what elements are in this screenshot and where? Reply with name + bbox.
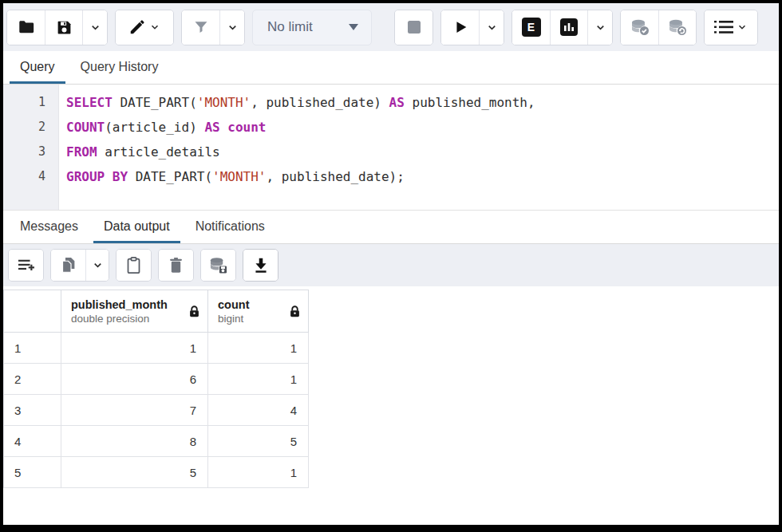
count-cell[interactable]: 4	[208, 395, 309, 426]
explain-analyze-button[interactable]	[550, 10, 587, 45]
row-number-cell[interactable]: 4	[4, 426, 61, 457]
row-limit-select[interactable]: No limit	[252, 10, 372, 45]
filter-button[interactable]	[182, 10, 219, 45]
row-limit-value: No limit	[267, 19, 313, 35]
tab-data-output[interactable]: Data output	[93, 211, 180, 243]
column-name: count	[218, 298, 249, 312]
download-group	[243, 249, 278, 282]
published-month-cell[interactable]: 8	[61, 426, 208, 457]
paste-group	[116, 249, 152, 282]
add-row-icon	[18, 258, 35, 274]
copy-button[interactable]	[51, 250, 85, 281]
tab-query-history[interactable]: Query History	[70, 51, 169, 84]
stop-icon	[407, 20, 421, 34]
chevron-down-icon	[149, 22, 160, 33]
select-all-header-cell[interactable]	[4, 290, 61, 333]
sql-line: FROM article_details	[66, 140, 779, 164]
save-icon	[56, 19, 73, 36]
execute-query-button[interactable]	[441, 10, 479, 45]
paste-clipboard-icon	[126, 257, 141, 274]
stop-button-group	[394, 10, 433, 45]
cancel-query-button[interactable]	[395, 10, 432, 45]
explain-button[interactable]: E	[512, 10, 550, 45]
save-data-changes-button[interactable]	[201, 250, 235, 281]
copy-icon	[60, 257, 77, 274]
lock-icon	[290, 305, 300, 317]
table-row: 5 5 1	[4, 457, 309, 488]
tab-notifications[interactable]: Notifications	[185, 211, 275, 243]
copy-options-dropdown-button[interactable]	[85, 250, 109, 281]
sql-token: DATE_PART(	[113, 95, 197, 110]
open-file-button[interactable]	[7, 10, 45, 45]
explain-options-dropdown-button[interactable]	[587, 10, 612, 45]
save-data-group	[200, 249, 236, 282]
sql-code-area[interactable]: SELECT DATE_PART('MONTH', published_date…	[59, 85, 779, 210]
transaction-button-group	[620, 10, 697, 45]
delete-row-button[interactable]	[159, 250, 193, 281]
data-output-grid: published_month double precision count b…	[3, 286, 779, 525]
chevron-down-icon	[92, 259, 104, 271]
row-number-cell[interactable]: 3	[4, 395, 61, 426]
tab-query[interactable]: Query	[10, 51, 65, 84]
file-button-group	[6, 10, 108, 45]
editor-tabstrip: Query Query History	[3, 51, 779, 85]
explain-icon: E	[522, 18, 541, 37]
sql-token: DATE_PART(	[128, 169, 212, 184]
caret-down-icon	[349, 24, 358, 30]
sql-line: GROUP BY DATE_PART('MONTH', published_da…	[66, 164, 779, 189]
save-data-db-icon	[208, 256, 228, 274]
add-row-button[interactable]	[9, 250, 43, 281]
published-month-cell[interactable]: 1	[61, 333, 208, 364]
rollback-db-undo-icon	[667, 18, 688, 37]
sql-token	[220, 120, 228, 135]
numbered-list-icon	[714, 19, 733, 35]
published-month-cell[interactable]: 5	[61, 457, 208, 488]
sql-token: article_details	[97, 144, 220, 160]
sql-token: , published_date)	[251, 95, 389, 110]
save-options-dropdown-button[interactable]	[82, 10, 107, 45]
filter-icon	[193, 19, 209, 35]
play-icon	[452, 18, 469, 36]
sql-token: SELECT	[66, 95, 113, 110]
commit-button[interactable]	[621, 10, 658, 45]
download-results-button[interactable]	[243, 250, 278, 281]
results-table: published_month double precision count b…	[3, 290, 309, 488]
trash-icon	[168, 257, 184, 274]
filter-options-dropdown-button[interactable]	[219, 10, 244, 45]
add-row-group	[8, 249, 44, 282]
filter-button-group	[181, 10, 245, 45]
count-cell[interactable]: 5	[208, 426, 309, 457]
row-number-cell[interactable]: 1	[4, 333, 61, 364]
macros-dropdown-button[interactable]	[705, 10, 757, 45]
save-button[interactable]	[45, 10, 82, 45]
sql-token: count	[227, 120, 266, 135]
edit-dropdown-button[interactable]	[116, 10, 173, 45]
sql-editor: 1 2 3 4 SELECT DATE_PART('MONTH', publis…	[3, 85, 779, 210]
sql-token: AS	[204, 120, 219, 135]
published-month-cell[interactable]: 7	[61, 395, 208, 426]
macros-button-group	[704, 10, 758, 45]
execute-options-dropdown-button[interactable]	[479, 10, 504, 45]
line-number: 4	[3, 164, 58, 189]
sql-token: COUNT	[66, 120, 105, 135]
delete-group	[158, 249, 194, 282]
count-cell[interactable]: 1	[208, 333, 309, 364]
query-tool-window: No limit E	[0, 0, 782, 532]
column-type: double precision	[71, 312, 168, 325]
rollback-button[interactable]	[658, 10, 696, 45]
row-number-cell[interactable]: 2	[4, 364, 61, 395]
column-header-published-month[interactable]: published_month double precision	[61, 290, 208, 333]
tab-messages[interactable]: Messages	[10, 211, 89, 243]
sql-token: FROM	[66, 144, 97, 160]
column-header-count[interactable]: count bigint	[208, 290, 309, 333]
pencil-icon	[128, 18, 146, 36]
paste-button[interactable]	[117, 250, 151, 281]
line-number: 1	[3, 90, 58, 115]
count-cell[interactable]: 1	[208, 457, 309, 488]
count-cell[interactable]: 1	[208, 364, 309, 395]
table-row: 4 8 5	[4, 426, 309, 457]
column-type: bigint	[218, 312, 249, 325]
commit-db-check-icon	[630, 18, 650, 37]
row-number-cell[interactable]: 5	[4, 457, 61, 488]
published-month-cell[interactable]: 6	[61, 364, 208, 395]
